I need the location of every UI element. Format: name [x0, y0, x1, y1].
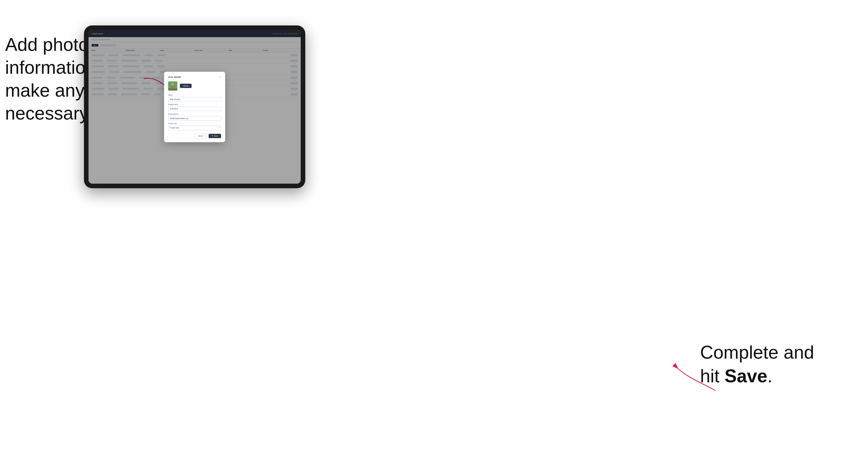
svg-point-3	[172, 83, 174, 85]
modal-close-button[interactable]: ×	[220, 76, 221, 78]
person-silhouette	[168, 82, 177, 91]
school-year-label: School Year	[168, 123, 221, 124]
save-icon: ⬆	[212, 135, 213, 137]
annotation-right: Complete and hit Save.	[700, 341, 832, 388]
school-year-spinner[interactable]: ▲▼	[219, 126, 220, 129]
display-name-label: Display name	[168, 103, 221, 105]
display-name-field-group: Display name	[168, 103, 221, 111]
annotation-right-line1: Complete and	[700, 342, 814, 363]
user-details-modal: User details ×	[164, 72, 225, 142]
school-year-clear-button[interactable]: ×	[216, 127, 218, 128]
app-background: Clippd Admin Administration / Users / Bl…	[89, 30, 301, 184]
school-year-input[interactable]	[168, 126, 221, 130]
save-label: Save	[214, 135, 218, 137]
annotation-arrow-right	[672, 363, 718, 393]
display-name-input[interactable]	[168, 106, 221, 111]
photo-section: Upload	[168, 82, 221, 91]
school-year-field-group: School Year × ▲▼	[168, 123, 221, 130]
email-input[interactable]	[168, 116, 221, 121]
name-label: Name	[168, 94, 221, 96]
annotation-right-bold: Save	[724, 366, 767, 386]
upload-photo-button[interactable]: Upload	[180, 84, 192, 88]
photo-thumbnail	[168, 82, 177, 91]
annotation-right-end: .	[767, 366, 772, 386]
thumbnail-image	[168, 82, 177, 91]
tablet-device: Clippd Admin Administration / Users / Bl…	[84, 25, 305, 188]
modal-header: User details ×	[168, 76, 221, 79]
name-input[interactable]	[168, 97, 221, 101]
email-label: Email address	[168, 113, 221, 115]
svg-rect-5	[168, 89, 177, 91]
modal-title: User details	[168, 76, 181, 79]
modal-footer: Cancel ⬆ Save	[168, 134, 221, 138]
name-field-group: Name	[168, 94, 221, 102]
school-year-select-wrapper: × ▲▼	[168, 125, 221, 130]
tablet-screen: Clippd Admin Administration / Users / Bl…	[89, 30, 301, 184]
save-button[interactable]: ⬆ Save	[209, 134, 221, 138]
modal-overlay: User details ×	[89, 30, 301, 184]
email-field-group: Email address	[168, 113, 221, 121]
cancel-button[interactable]: Cancel	[194, 134, 207, 138]
